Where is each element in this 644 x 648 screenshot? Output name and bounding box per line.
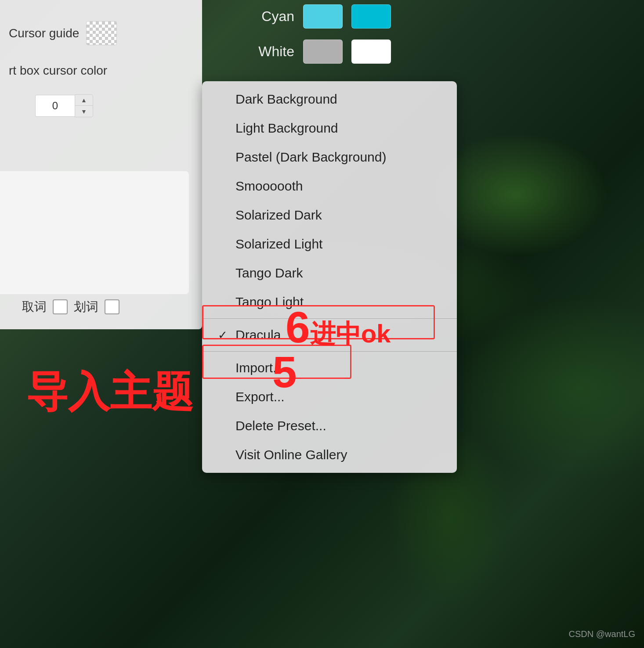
menu-item-delete-preset[interactable]: Delete Preset... (202, 411, 457, 440)
menu-item-solarized-dark-label: Solarized Dark (235, 208, 322, 223)
cursor-guide-label: Cursor guide (9, 26, 79, 40)
word-tool-2-checkbox[interactable] (105, 299, 119, 314)
checkmark-pastel (218, 151, 231, 164)
menu-item-visit-gallery-label: Visit Online Gallery (235, 447, 347, 462)
menu-item-solarized-light-label: Solarized Light (235, 237, 322, 252)
insert-box-label: rt box cursor color (9, 64, 107, 77)
white-swatch-2[interactable] (351, 40, 391, 64)
checkmark-solarized-dark (218, 209, 231, 222)
word-tool-2-label: 划词 (74, 299, 98, 315)
menu-item-dark-background-label: Dark Background (235, 92, 337, 107)
menu-item-import[interactable]: Import... (202, 353, 457, 382)
menu-item-tango-dark[interactable]: Tango Dark (202, 259, 457, 288)
checkmark-import (218, 361, 231, 375)
white-color-row: White (233, 40, 391, 64)
white-label: White (233, 43, 294, 60)
menu-item-visit-gallery[interactable]: Visit Online Gallery (202, 440, 457, 469)
menu-item-dark-background[interactable]: Dark Background (202, 85, 457, 114)
word-tool-1-checkbox[interactable] (53, 299, 68, 314)
checkmark-tango-dark (218, 266, 231, 280)
cyan-color-row: Cyan (233, 4, 391, 29)
stepper-buttons: ▲ ▼ (75, 94, 93, 117)
stepper-up-button[interactable]: ▲ (75, 95, 93, 106)
insert-box-row: rt box cursor color (9, 64, 107, 78)
white-swatch-1[interactable] (303, 40, 343, 64)
cyan-label: Cyan (233, 8, 294, 25)
cursor-guide-row: Cursor guide (9, 21, 117, 45)
menu-item-smoooooth-label: Smoooooth (235, 179, 303, 194)
menu-item-tango-dark-label: Tango Dark (235, 266, 303, 281)
theme-dropdown-menu: Dark Background Light Background Pastel … (202, 81, 457, 473)
stepper-row: ▲ ▼ (35, 94, 93, 117)
menu-item-delete-preset-label: Delete Preset... (235, 418, 326, 433)
menu-item-export-label: Export... (235, 389, 285, 404)
cyan-swatch-1[interactable] (303, 4, 343, 29)
menu-item-import-label: Import... (235, 360, 284, 375)
word-tool-1-label: 取词 (22, 299, 47, 315)
settings-panel: Cursor guide rt box cursor color ▲ ▼ 取词 … (0, 0, 202, 329)
menu-item-light-background-label: Light Background (235, 121, 338, 136)
stepper-input[interactable] (35, 95, 75, 117)
menu-item-smoooooth[interactable]: Smoooooth (202, 172, 457, 201)
menu-item-dracula-label: Dracula (235, 328, 281, 342)
menu-item-pastel-label: Pastel (Dark Background) (235, 150, 386, 165)
menu-divider-1 (202, 318, 457, 319)
checkmark-visit-gallery (218, 448, 231, 462)
stepper-down-button[interactable]: ▼ (75, 106, 93, 117)
menu-item-tango-light-label: Tango Light (235, 295, 304, 310)
cyan-swatch-2[interactable] (351, 4, 391, 29)
checkmark-dark-background (218, 93, 231, 106)
csdn-watermark: CSDN @wantLG (569, 629, 635, 639)
menu-item-solarized-light[interactable]: Solarized Light (202, 230, 457, 259)
checkmark-light-background (218, 122, 231, 135)
checkmark-export (218, 390, 231, 404)
checkmark-smoooooth (218, 180, 231, 193)
menu-item-solarized-dark[interactable]: Solarized Dark (202, 201, 457, 230)
menu-item-export[interactable]: Export... (202, 382, 457, 411)
checkmark-delete-preset (218, 419, 231, 433)
menu-item-tango-light[interactable]: Tango Light (202, 288, 457, 317)
cursor-guide-swatch[interactable] (86, 21, 117, 45)
checkmark-tango-light (218, 295, 231, 309)
menu-item-light-background[interactable]: Light Background (202, 114, 457, 143)
menu-item-dracula[interactable]: ✓ Dracula (202, 320, 457, 349)
word-tools-row: 取词 划词 (22, 299, 119, 315)
checkmark-dracula: ✓ (218, 328, 231, 342)
menu-divider-2 (202, 351, 457, 352)
menu-item-pastel[interactable]: Pastel (Dark Background) (202, 143, 457, 172)
checkmark-solarized-light (218, 238, 231, 251)
white-content-area (0, 171, 189, 294)
